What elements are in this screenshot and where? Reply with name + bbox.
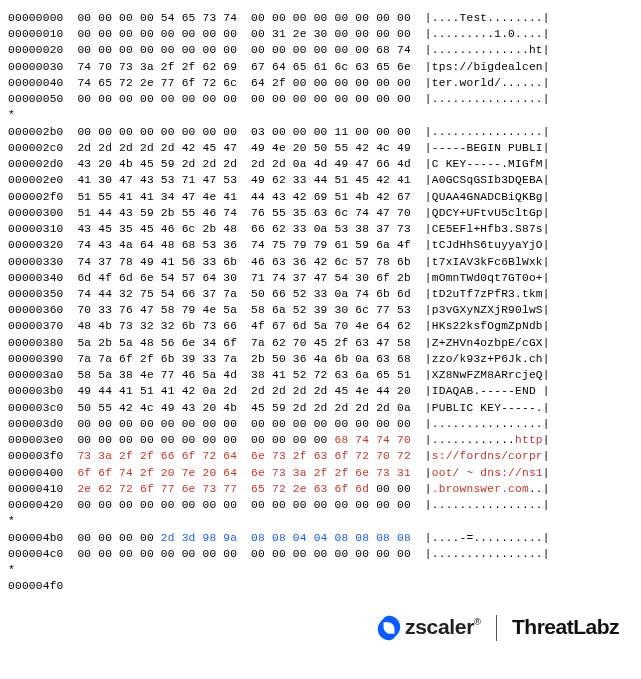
hex-row: 000003d0 00 00 00 00 00 00 00 00 00 00 0… — [8, 416, 633, 432]
hex-row: 00000050 00 00 00 00 00 00 00 00 00 00 0… — [8, 91, 633, 107]
hex-row: 00000410 2e 62 72 6f 77 6e 73 77 65 72 2… — [8, 481, 633, 497]
zscaler-icon — [376, 615, 402, 641]
hex-row: 00000000 00 00 00 00 54 65 73 74 00 00 0… — [8, 10, 633, 26]
hex-row: 00000010 00 00 00 00 00 00 00 00 00 31 2… — [8, 26, 633, 42]
hex-row: 000002f0 51 55 41 41 34 47 4e 41 44 43 4… — [8, 189, 633, 205]
hex-row: 000003f0 73 3a 2f 2f 66 6f 72 64 6e 73 2… — [8, 448, 633, 464]
hex-row: 00000040 74 65 72 2e 77 6f 72 6c 64 2f 0… — [8, 75, 633, 91]
hex-row: 000003b0 49 44 41 51 41 42 0a 2d 2d 2d 2… — [8, 383, 633, 399]
logo-footer: zscaler® ThreatLabz — [8, 612, 633, 642]
hex-row: 00000420 00 00 00 00 00 00 00 00 00 00 0… — [8, 497, 633, 513]
hex-row: 00000340 6d 4f 6d 6e 54 57 64 30 71 74 3… — [8, 270, 633, 286]
hex-row: * — [8, 107, 633, 123]
hex-row: 000003e0 00 00 00 00 00 00 00 00 00 00 0… — [8, 432, 633, 448]
hex-row: * — [8, 562, 633, 578]
zscaler-label: zscaler — [405, 615, 474, 638]
hex-row: 00000390 7a 7a 6f 2f 6b 39 33 7a 2b 50 3… — [8, 351, 633, 367]
hex-row: 000004c0 00 00 00 00 00 00 00 00 00 00 0… — [8, 546, 633, 562]
hexdump-block: 00000000 00 00 00 00 54 65 73 74 00 00 0… — [8, 10, 633, 594]
threatlabz-label: ThreatLabz — [512, 615, 619, 638]
separator — [496, 615, 497, 641]
hex-row: 000004b0 00 00 00 00 2d 3d 98 9a 08 08 0… — [8, 530, 633, 546]
hex-row: 000002c0 2d 2d 2d 2d 2d 42 45 47 49 4e 2… — [8, 140, 633, 156]
hex-row: 00000020 00 00 00 00 00 00 00 00 00 00 0… — [8, 42, 633, 58]
hex-row: 000002d0 43 20 4b 45 59 2d 2d 2d 2d 2d 0… — [8, 156, 633, 172]
hex-row: 000003a0 58 5a 38 4e 77 46 5a 4d 38 41 5… — [8, 367, 633, 383]
hex-row: 000003c0 50 55 42 4c 49 43 20 4b 45 59 2… — [8, 400, 633, 416]
hex-row: 00000360 70 33 76 47 58 79 4e 5a 58 6a 5… — [8, 302, 633, 318]
hex-row: 00000330 74 37 78 49 41 56 33 6b 46 63 3… — [8, 254, 633, 270]
hex-row: * — [8, 513, 633, 529]
hex-row: 000004f0 — [8, 578, 633, 594]
hex-row: 000002b0 00 00 00 00 00 00 00 00 03 00 0… — [8, 124, 633, 140]
registered-mark: ® — [474, 618, 481, 628]
hex-row: 00000350 74 44 32 75 54 66 37 7a 50 66 5… — [8, 286, 633, 302]
hex-row: 00000400 6f 6f 74 2f 20 7e 20 64 6e 73 3… — [8, 465, 633, 481]
hex-row: 00000380 5a 2b 5a 48 56 6e 34 6f 7a 62 7… — [8, 335, 633, 351]
hex-row: 000002e0 41 30 47 43 53 71 47 53 49 62 3… — [8, 172, 633, 188]
hex-row: 00000310 43 45 35 45 46 6c 2b 48 66 62 3… — [8, 221, 633, 237]
hex-row: 00000030 74 70 73 3a 2f 2f 62 69 67 64 6… — [8, 59, 633, 75]
hex-row: 00000320 74 43 4a 64 48 68 53 36 74 75 7… — [8, 237, 633, 253]
hex-row: 00000370 48 4b 73 32 32 6b 73 66 4f 67 6… — [8, 318, 633, 334]
hex-row: 00000300 51 44 43 59 2b 55 46 74 76 55 3… — [8, 205, 633, 221]
